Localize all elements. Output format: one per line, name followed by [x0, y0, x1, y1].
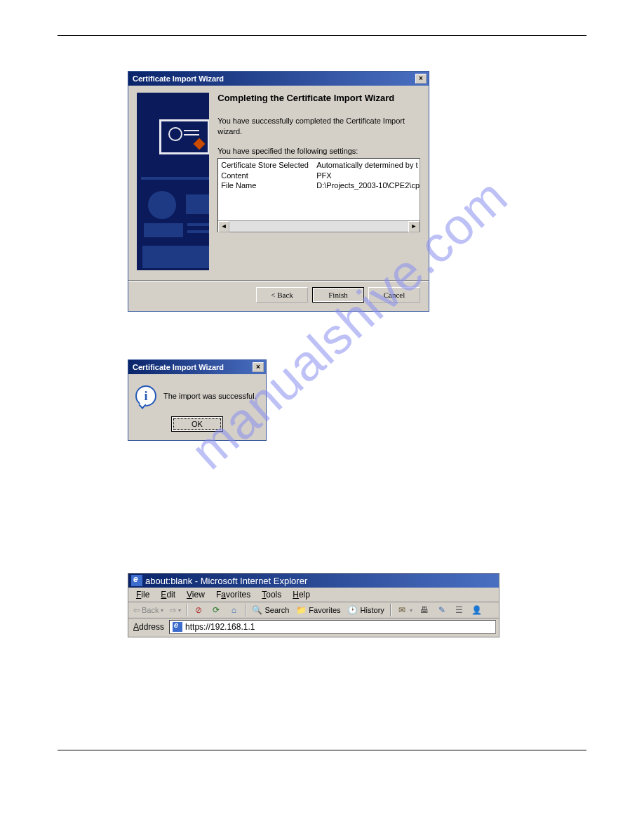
wizard-dialog: Certificate Import Wizard × Completing t…	[128, 71, 429, 312]
menu-edit[interactable]: Edit	[156, 589, 180, 600]
wizard-title-text: Certificate Import Wizard	[133, 74, 415, 83]
cancel-button[interactable]: Cancel	[368, 287, 420, 303]
edit-button[interactable]: ✎	[434, 604, 450, 616]
setting-value: PFX	[316, 171, 420, 181]
mail-button[interactable]: ✉▾	[394, 604, 415, 616]
dropdown-icon: ▾	[410, 607, 412, 614]
back-button[interactable]: ⇦ Back ▾	[131, 605, 166, 616]
setting-label: Content	[221, 171, 316, 181]
setting-value: D:\Projects_2003-10\CPE2\cp	[316, 180, 420, 191]
success-title-text: Certificate Import Wizard	[133, 363, 253, 371]
home-button[interactable]: ⌂	[226, 604, 241, 616]
print-button[interactable]: 🖶	[417, 604, 432, 616]
menu-help[interactable]: Help	[288, 589, 315, 600]
setting-value: Automatically determined by t	[316, 160, 420, 171]
ie-titlebar[interactable]: about:blank - Microsoft Internet Explore…	[128, 574, 499, 588]
scrollbar-track[interactable]	[229, 221, 408, 232]
ok-button[interactable]: OK	[171, 416, 223, 432]
separator	[245, 604, 246, 616]
address-field[interactable]: https://192.168.1.1	[169, 620, 496, 634]
back-button[interactable]: < Back	[256, 287, 308, 303]
bottom-rule	[58, 750, 586, 750]
wizard-heading: Completing the Certificate Import Wizard	[217, 93, 420, 103]
dropdown-icon: ▾	[178, 607, 181, 614]
favorites-label: Favorites	[309, 606, 340, 614]
search-label: Search	[264, 606, 289, 614]
success-titlebar[interactable]: Certificate Import Wizard ×	[128, 360, 266, 374]
history-button[interactable]: 🕑History	[345, 604, 387, 616]
close-button[interactable]: ×	[415, 74, 427, 84]
search-icon: 🔍	[251, 604, 262, 616]
ie-window: about:blank - Microsoft Internet Explore…	[128, 573, 499, 637]
close-icon: ×	[256, 363, 260, 371]
dropdown-icon: ▾	[161, 607, 163, 614]
separator	[187, 604, 187, 616]
favorites-icon: 📁	[295, 604, 307, 616]
back-arrow-icon: ⇦	[133, 606, 140, 615]
address-value: https://192.168.1.1	[185, 622, 255, 632]
home-icon: ⌂	[228, 604, 239, 616]
edit-icon: ✎	[436, 604, 448, 616]
scroll-right-button[interactable]: ►	[408, 221, 420, 232]
menu-file[interactable]: File	[131, 589, 154, 600]
wizard-success-text: You have successfully completed the Cert…	[217, 116, 420, 137]
forward-button[interactable]: ⇨ ▾	[168, 605, 183, 616]
page-icon	[173, 622, 182, 632]
scroll-left-button[interactable]: ◄	[218, 221, 229, 232]
favorites-button[interactable]: 📁Favorites	[293, 604, 342, 616]
list-icon: ☰	[454, 604, 465, 616]
print-icon: 🖶	[419, 604, 430, 616]
settings-listbox[interactable]: Certificate Store Selected Content File …	[217, 158, 420, 232]
menu-favorites[interactable]: Favorites	[211, 589, 255, 600]
ie-toolbar: ⇦ Back ▾ ⇨ ▾ ⊘ ⟳ ⌂ 🔍Search 📁Favorites 🕑H…	[128, 602, 499, 618]
top-rule	[58, 35, 586, 36]
horizontal-scrollbar[interactable]: ◄ ►	[218, 220, 420, 232]
search-button[interactable]: 🔍Search	[249, 604, 291, 616]
divider	[128, 280, 429, 282]
close-icon: ×	[419, 74, 423, 82]
refresh-button[interactable]: ⟳	[208, 604, 224, 616]
mail-icon: ✉	[396, 604, 408, 616]
messenger-icon: 👤	[471, 604, 483, 616]
separator	[390, 604, 391, 616]
info-icon: i	[135, 385, 156, 406]
ie-icon	[131, 575, 142, 586]
refresh-icon: ⟳	[210, 604, 222, 616]
setting-label: File Name	[221, 180, 316, 191]
stop-button[interactable]: ⊘	[191, 604, 206, 616]
messenger-button[interactable]: 👤	[469, 604, 485, 616]
history-icon: 🕑	[347, 604, 358, 616]
related-button[interactable]: ☰	[452, 604, 467, 616]
wizard-specified-text: You have specified the following setting…	[217, 147, 420, 155]
wizard-titlebar[interactable]: Certificate Import Wizard ×	[128, 72, 429, 86]
forward-arrow-icon: ⇨	[170, 606, 176, 615]
history-label: History	[361, 606, 384, 614]
ie-addressbar: Address https://192.168.1.1	[128, 618, 499, 637]
address-label: Address	[131, 622, 166, 632]
setting-label: Certificate Store Selected	[221, 160, 316, 171]
menu-tools[interactable]: Tools	[257, 589, 286, 600]
close-button[interactable]: ×	[253, 362, 264, 372]
success-dialog: Certificate Import Wizard × i The import…	[128, 359, 267, 441]
menu-view[interactable]: View	[182, 589, 210, 600]
success-message: The import was successful.	[163, 392, 257, 400]
finish-button[interactable]: Finish	[312, 287, 364, 303]
back-label: Back	[142, 606, 159, 614]
ie-title-text: about:blank - Microsoft Internet Explore…	[145, 576, 307, 586]
stop-icon: ⊘	[193, 604, 204, 616]
wizard-sidebar-graphic	[137, 93, 209, 270]
ie-menubar: File Edit View Favorites Tools Help	[128, 588, 499, 602]
